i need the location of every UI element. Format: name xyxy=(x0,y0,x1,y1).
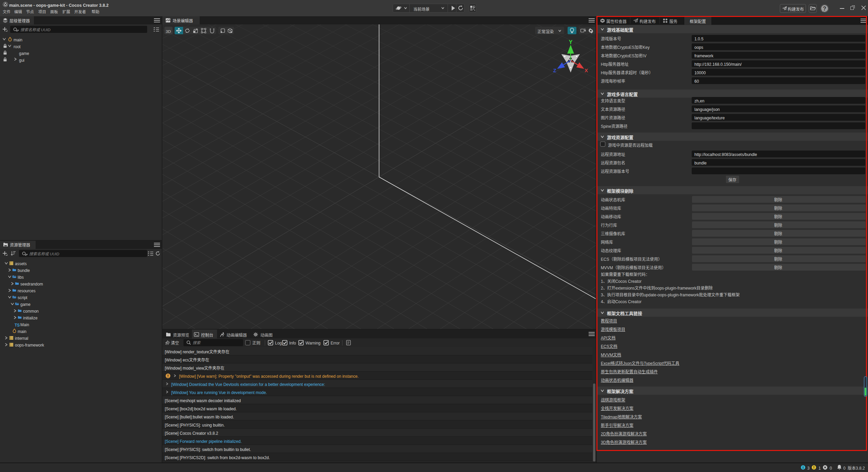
svg-text:X: X xyxy=(585,67,588,73)
svg-text:?: ? xyxy=(823,6,826,12)
svg-text:Z: Z xyxy=(553,67,556,73)
svg-text:Y: Y xyxy=(569,39,573,45)
